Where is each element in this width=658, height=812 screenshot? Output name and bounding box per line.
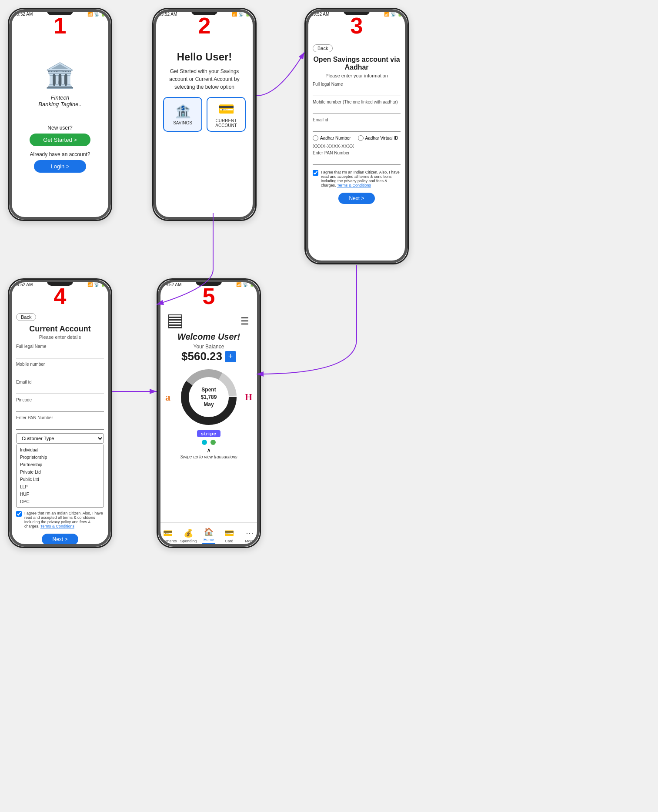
email-input-3[interactable] — [313, 124, 401, 132]
wifi-icon-1: 📡 — [94, 12, 99, 17]
phone-screen-5: 09:52 AM 📶 📡 🔋 5 ☰ Welcome User! Your Ba… — [157, 278, 261, 548]
new-user-text: New user? — [16, 125, 104, 131]
aadhar-value-3: XXXX-XXXX-XXXX — [313, 144, 401, 149]
pan-label-4: Enter PAN Number — [16, 415, 104, 420]
screen-number-2: 2 — [198, 13, 211, 39]
terms-check-3: I agree that I'm an Indian Citizen. Also… — [313, 170, 401, 187]
current-label: CURRENT ACCOUNT — [210, 118, 242, 128]
hamburger-menu-5[interactable]: ☰ — [240, 316, 249, 327]
mobile-input-3[interactable] — [313, 106, 401, 114]
savings-label: SAVINGS — [173, 120, 192, 125]
side-btn-top-2 — [256, 44, 257, 56]
time-4: 09:52 AM — [14, 282, 33, 287]
terms-checkbox-3[interactable] — [313, 170, 318, 176]
swipe-up-arrow: ∧ — [165, 447, 253, 454]
bottom-nav-5: 💳 Payments 💰 Spending 🏠 Home 💳 Card ⋯ Mo… — [158, 522, 260, 547]
legal-name-input-4[interactable] — [16, 350, 104, 358]
nav-spending[interactable]: 💰 Spending — [178, 527, 199, 543]
spending-icon: 💰 — [184, 528, 193, 538]
add-balance-button[interactable]: + — [225, 351, 236, 362]
side-btn-top-1 — [111, 44, 112, 56]
customer-type-select[interactable]: Customer Type Individual Proprietorship … — [16, 433, 104, 444]
screen-number-5: 5 — [203, 283, 215, 309]
pan-input-4[interactable] — [16, 421, 104, 430]
spent-month: May — [191, 401, 226, 408]
dropdown-item-publtd[interactable]: Public Ltd — [20, 476, 100, 483]
mobile-label-4: Mobile number — [16, 362, 104, 367]
qr-icon-5[interactable] — [168, 314, 182, 328]
mobile-input-4[interactable] — [16, 368, 104, 376]
hello-title: Hello User! — [160, 51, 248, 63]
pincode-label-4: Pincode — [16, 398, 104, 402]
top-bar-5: ☰ — [165, 313, 253, 330]
terms-link-3[interactable]: Terms & Conditions — [337, 183, 371, 187]
dropdown-item-individual[interactable]: Individual — [20, 446, 100, 454]
email-label-4: Email id — [16, 380, 104, 384]
screen-number-4: 4 — [54, 283, 67, 309]
signal-icon-5: 📶 — [236, 282, 241, 287]
mobile-label-3: Mobile number (The one linked with aadha… — [313, 100, 401, 104]
next-button-4[interactable]: Next > — [42, 534, 78, 545]
balance-amount-5: $560.23 + — [165, 350, 253, 363]
dropdown-item-pvtltd[interactable]: Private Ltd — [20, 468, 100, 476]
screen-number-3: 3 — [351, 13, 363, 39]
pan-input-3[interactable] — [313, 157, 401, 165]
nav-card[interactable]: 💳 Card — [219, 527, 239, 543]
current-account-card[interactable]: 💳 CURRENT ACCOUNT — [207, 97, 246, 132]
phone-screen-4: 09:52 AM 📶 📡 🔋 4 Back Current Account Pl… — [8, 278, 112, 548]
battery-icon-1: 🔋 — [100, 12, 106, 17]
dropdown-item-huf[interactable]: HUF — [20, 491, 100, 498]
spending-label: Spending — [180, 539, 197, 543]
notch-1 — [47, 9, 73, 15]
dropdown-item-partnership[interactable]: Partnership — [20, 461, 100, 468]
signal-icon-3: 📶 — [384, 12, 389, 17]
left-btn-3 — [304, 53, 305, 70]
tagline: Fintech Banking Tagline.. — [16, 94, 104, 107]
amazon-icon: a — [165, 391, 170, 403]
terms-link-4[interactable]: Terms & Conditions — [40, 524, 74, 528]
wifi-icon-4: 📡 — [94, 282, 99, 287]
pincode-input-4[interactable] — [16, 404, 104, 412]
email-input-4[interactable] — [16, 386, 104, 394]
nav-payments[interactable]: 💳 Payments — [158, 527, 178, 543]
signal-icon-2: 📶 — [232, 12, 237, 17]
phone-screen-1: 09:52 AM 📶 📡 🔋 1 🏛️ Fintech Banking Tagl… — [8, 8, 112, 221]
notch-3 — [344, 9, 370, 15]
left-btn-1 — [8, 53, 9, 70]
side-btn-mid-3 — [408, 61, 409, 74]
side-btn-mid-1 — [111, 61, 112, 74]
home-icon: 🏠 — [204, 527, 214, 537]
bank-icon: 🏛️ — [16, 61, 104, 90]
dropdown-item-opc[interactable]: OPC — [20, 498, 100, 505]
back-button-4[interactable]: Back — [16, 313, 36, 321]
savings-account-card[interactable]: 🏦 SAVINGS — [163, 97, 202, 132]
aadhar-number-radio[interactable]: Aadhar Number — [313, 135, 351, 141]
notch-2 — [191, 9, 217, 15]
aadhar-virtual-radio[interactable]: Aadhar Virtual ID — [358, 135, 398, 141]
nav-more[interactable]: ⋯ More — [239, 527, 260, 543]
current-icon: 💳 — [218, 101, 234, 117]
dot-green — [210, 440, 216, 445]
dot-cyan — [202, 440, 207, 445]
get-started-button[interactable]: Get Started > — [30, 134, 90, 146]
form-title-4: Current Account — [16, 324, 104, 334]
terms-checkbox-4[interactable] — [16, 511, 22, 517]
more-icon: ⋯ — [246, 528, 254, 538]
legal-name-input-3[interactable] — [313, 88, 401, 96]
swipe-hint-5: Swipe up to view transactions — [165, 454, 253, 459]
form-title-3: Open Savings account via Aadhar — [313, 56, 401, 71]
aadhar-radio-group: Aadhar Number Aadhar Virtual ID — [313, 135, 401, 141]
form-subtitle-3: Please enter your information — [313, 73, 401, 78]
nav-home[interactable]: 🏠 Home — [199, 525, 219, 544]
phone-screen-2: 09:52 AM 📶 📡 🔋 2 Hello User! Get Started… — [152, 8, 257, 221]
pan-label-3: Enter PAN Number — [313, 150, 401, 155]
dropdown-item-proprietorship[interactable]: Proprietorship — [20, 454, 100, 461]
side-btn-mid-4 — [111, 332, 112, 344]
next-button-3[interactable]: Next > — [338, 193, 374, 204]
email-label-3: Email id — [313, 117, 401, 122]
login-button[interactable]: Login > — [34, 160, 86, 173]
battery-icon-4: 🔋 — [100, 282, 106, 287]
notch-4 — [47, 280, 73, 286]
back-button-3[interactable]: Back — [313, 44, 333, 52]
dropdown-item-llp[interactable]: LLP — [20, 483, 100, 491]
